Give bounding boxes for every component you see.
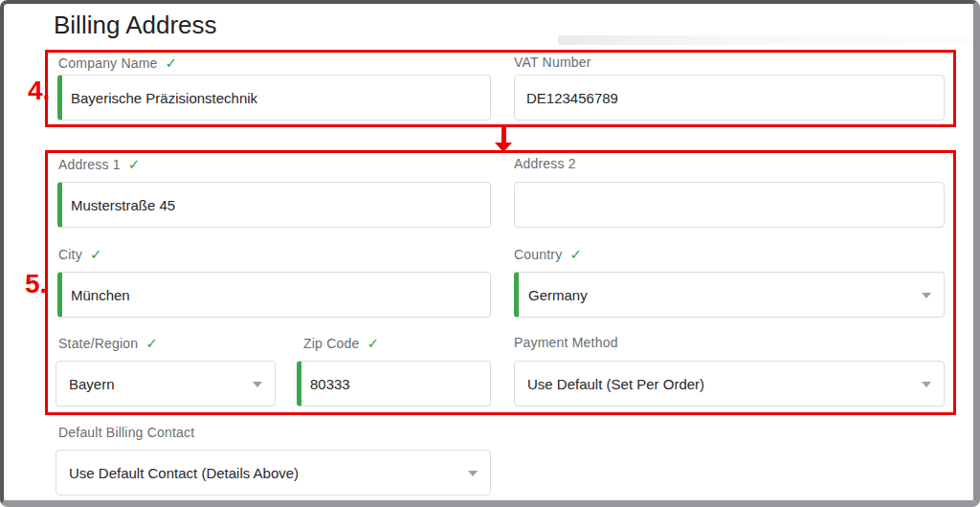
chevron-down-icon xyxy=(922,293,931,298)
valid-check-icon: ✓ xyxy=(90,246,102,262)
company-name-label: Company Name✓ xyxy=(58,55,177,72)
billing-address-page: Billing Address 4. 5. Company Name✓ VAT … xyxy=(0,0,980,507)
chevron-down-icon xyxy=(253,382,262,387)
header-shadow xyxy=(558,35,969,45)
default-billing-contact-label-text: Default Billing Contact xyxy=(58,425,194,440)
company-name-input[interactable] xyxy=(57,75,491,121)
annotation-arrow-shaft xyxy=(501,127,506,143)
annotation-step4-number: 4. xyxy=(28,76,50,106)
address2-label: Address 2 xyxy=(514,156,576,171)
address2-label-text: Address 2 xyxy=(514,156,576,171)
state-region-select-value: Bayern xyxy=(69,376,115,392)
address1-label: Address 1✓ xyxy=(58,156,141,173)
chevron-down-icon xyxy=(922,382,931,387)
state-region-select[interactable]: Bayern xyxy=(56,361,276,407)
city-input[interactable] xyxy=(57,272,491,318)
default-billing-contact-label: Default Billing Contact xyxy=(58,425,194,440)
valid-check-icon: ✓ xyxy=(166,55,178,71)
zip-code-label-text: Zip Code xyxy=(303,336,359,351)
zip-code-input[interactable] xyxy=(297,361,491,407)
country-select-value: Germany xyxy=(528,287,588,303)
vat-number-label-text: VAT Number xyxy=(514,55,591,70)
chevron-down-icon xyxy=(468,471,478,476)
default-billing-contact-select-value: Use Default Contact (Details Above) xyxy=(69,465,299,481)
address2-input[interactable] xyxy=(514,182,945,228)
valid-check-icon: ✓ xyxy=(367,335,379,351)
company-name-label-text: Company Name xyxy=(58,55,158,71)
valid-check-icon: ✓ xyxy=(128,156,141,172)
payment-method-select-value: Use Default (Set Per Order) xyxy=(527,376,704,392)
country-select[interactable]: Germany xyxy=(514,272,945,318)
address1-input[interactable] xyxy=(57,182,491,228)
city-label: City✓ xyxy=(58,246,102,263)
annotation-arrow-down-icon xyxy=(495,143,512,152)
city-label-text: City xyxy=(58,247,82,262)
state-region-label: State/Region✓ xyxy=(58,335,158,352)
payment-method-select[interactable]: Use Default (Set Per Order) xyxy=(514,361,945,407)
annotation-step5-number: 5. xyxy=(25,269,47,299)
zip-code-label: Zip Code✓ xyxy=(303,335,379,352)
country-label: Country✓ xyxy=(514,246,582,263)
payment-method-label-text: Payment Method xyxy=(514,335,618,350)
country-label-text: Country xyxy=(514,247,562,262)
page-title: Billing Address xyxy=(54,11,217,40)
vat-number-input[interactable] xyxy=(514,75,945,121)
payment-method-label: Payment Method xyxy=(514,335,618,350)
vat-number-label: VAT Number xyxy=(514,55,591,70)
state-region-label-text: State/Region xyxy=(58,336,138,351)
address1-label-text: Address 1 xyxy=(58,157,121,172)
default-billing-contact-select[interactable]: Use Default Contact (Details Above) xyxy=(56,450,491,496)
valid-check-icon: ✓ xyxy=(145,335,158,351)
valid-check-icon: ✓ xyxy=(569,246,582,262)
